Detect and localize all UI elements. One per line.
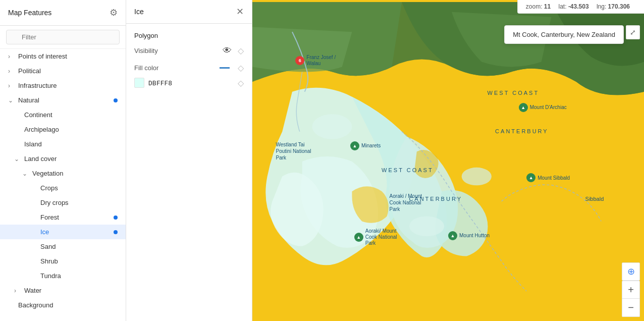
sibbald-label: Mount Sibbald xyxy=(538,175,570,181)
hutton-label: Mount Hutton xyxy=(459,233,490,238)
zoom-label: zoom: 11 xyxy=(526,3,551,10)
mount-sibbald-pin: ▲ Mount Sibbald xyxy=(526,173,570,182)
color-hex-value: DBFFF8 xyxy=(148,79,172,87)
map-topbar: zoom: 11 lat: -43.503 lng: 170.306 xyxy=(517,0,644,14)
tree-item-label-natural: Natural xyxy=(18,96,112,104)
color-diamond-icon[interactable]: ◇ xyxy=(238,78,244,88)
tree-item-label-water: Water xyxy=(24,287,118,294)
lng-label: lng: 170.306 xyxy=(597,3,630,10)
color-swatch-row: DBFFF8 ◇ xyxy=(134,78,244,88)
tree-item-background[interactable]: Background xyxy=(0,298,126,312)
tree-item-label-crops: Crops xyxy=(40,184,118,192)
chevron-icon-water: › xyxy=(14,287,22,294)
chevron-icon-infrastructure: › xyxy=(8,82,16,89)
chevron-icon-points-of-interest: › xyxy=(8,53,16,60)
filter-bar: ☰ xyxy=(0,26,126,49)
tree-item-label-land-cover: Land cover xyxy=(24,155,118,163)
mount-darchiac-pin: ▲ Mount D'Archiac xyxy=(519,103,567,112)
lat-value: -43.503 xyxy=(568,3,589,10)
zoom-in-button[interactable]: + xyxy=(622,281,640,299)
left-header: Map Features ⚙ xyxy=(0,0,126,26)
tree-item-sand[interactable]: Sand xyxy=(0,239,126,254)
tree-item-label-background: Background xyxy=(18,301,118,309)
tree-item-archipelago[interactable]: Archipelago xyxy=(0,122,126,137)
franz-josef-pin: 6 Franz Josef / Walau xyxy=(295,55,337,67)
tree-item-infrastructure[interactable]: ›Infrastructure xyxy=(0,78,126,93)
middle-section: Polygon Visibility 👁 ◇ Fill color ◇ DBFF… xyxy=(126,24,252,103)
fill-color-row: Fill color ◇ xyxy=(134,63,244,73)
polygon-label: Polygon xyxy=(134,32,244,39)
tree-item-label-archipelago: Archipelago xyxy=(24,126,118,133)
fullscreen-button[interactable]: ⤢ xyxy=(626,25,640,39)
chevron-icon-natural: ⌄ xyxy=(8,97,16,104)
settings-icon[interactable]: ⚙ xyxy=(110,7,118,18)
tree-item-points-of-interest[interactable]: ›Points of interest xyxy=(0,49,126,64)
tree-item-shrub[interactable]: Shrub xyxy=(0,254,126,269)
tree-item-ice[interactable]: Ice xyxy=(0,225,126,239)
tree-item-label-vegetation: Vegetation xyxy=(32,170,118,177)
close-button[interactable]: ✕ xyxy=(236,7,244,16)
tree-item-crops[interactable]: Crops xyxy=(0,181,126,195)
middle-panel-title: Ice xyxy=(134,8,144,16)
aoraki-2-pin: ▲ Aoraki/ Mount Cook National Park xyxy=(354,228,401,246)
visibility-diamond-icon[interactable]: ◇ xyxy=(238,46,244,56)
chevron-icon-land-cover: ⌄ xyxy=(14,155,22,163)
minarets-pin: ▲ Minarets xyxy=(350,141,381,150)
tree-item-label-infrastructure: Infrastructure xyxy=(18,82,118,89)
visibility-icon[interactable]: 👁 xyxy=(223,45,232,56)
fill-color-label: Fill color xyxy=(134,64,158,72)
visibility-label: Visibility xyxy=(134,47,158,55)
chevron-icon-vegetation: ⌄ xyxy=(22,170,30,177)
tree-item-island[interactable]: Island xyxy=(0,137,126,151)
hutton-pin-circle: ▲ xyxy=(448,231,457,240)
dot-indicator-ice xyxy=(114,230,118,234)
middle-header: Ice ✕ xyxy=(126,0,252,24)
tree-item-label-forest: Forest xyxy=(40,213,112,221)
tree-item-continent[interactable]: Continent xyxy=(0,108,126,122)
locate-button[interactable]: ⊕ xyxy=(622,262,640,281)
tree-item-tundra[interactable]: Tundra xyxy=(0,269,126,283)
tree-item-label-island: Island xyxy=(24,140,118,148)
franz-josef-label: Franz Josef / Walau xyxy=(306,55,337,67)
minarets-label: Minarets xyxy=(361,143,381,148)
tree-item-political[interactable]: ›Political xyxy=(0,64,126,78)
tree-item-vegetation[interactable]: ⌄Vegetation xyxy=(0,166,126,181)
visibility-row: Visibility 👁 ◇ xyxy=(134,45,244,56)
tree-item-label-sand: Sand xyxy=(40,243,118,250)
sibbald-pin-circle: ▲ xyxy=(526,173,535,182)
aoraki-2-pin-circle: ▲ xyxy=(354,233,363,242)
tree-item-land-cover[interactable]: ⌄Land cover xyxy=(0,151,126,166)
tree-item-dry-crops[interactable]: Dry crops xyxy=(0,195,126,210)
map-svg xyxy=(252,0,644,321)
color-swatch xyxy=(134,78,144,88)
chevron-icon-political: › xyxy=(8,68,16,75)
zoom-value: 11 xyxy=(544,3,551,10)
tree-item-label-continent: Continent xyxy=(24,111,118,119)
color-preview[interactable]: DBFFF8 xyxy=(134,78,172,88)
svg-point-2 xyxy=(409,217,444,236)
tree-item-label-shrub: Shrub xyxy=(40,257,118,265)
tree-container: ›Points of interest›Political›Infrastruc… xyxy=(0,49,126,312)
svg-point-3 xyxy=(462,168,492,186)
tree-item-label-tundra: Tundra xyxy=(40,272,118,280)
dot-indicator-natural xyxy=(114,98,118,102)
map-panel[interactable]: zoom: 11 lat: -43.503 lng: 170.306 Mt Co… xyxy=(252,0,644,321)
zoom-out-button[interactable]: − xyxy=(622,299,640,317)
filter-input[interactable] xyxy=(6,30,120,44)
aoraki-2-label: Aoraki/ Mount Cook National Park xyxy=(365,228,401,246)
tree-item-label-points-of-interest: Points of interest xyxy=(18,52,118,60)
filter-wrap: ☰ xyxy=(6,30,120,44)
fill-line-indicator xyxy=(220,67,230,69)
tree-item-water[interactable]: ›Water xyxy=(0,283,126,298)
left-panel: Map Features ⚙ ☰ ›Points of interest›Pol… xyxy=(0,0,126,321)
mount-hutton-pin: ▲ Mount Hutton xyxy=(448,231,490,240)
tree-item-forest[interactable]: Forest xyxy=(0,210,126,225)
fill-color-diamond-icon[interactable]: ◇ xyxy=(238,63,244,73)
tree-item-natural[interactable]: ⌄Natural xyxy=(0,93,126,108)
svg-point-1 xyxy=(312,114,352,139)
tree-item-label-political: Political xyxy=(18,67,118,75)
location-text: Mt Cook, Canterbury, New Zealand xyxy=(513,31,615,38)
darchiac-pin-circle: ▲ xyxy=(519,103,528,112)
tree-item-label-dry-crops: Dry crops xyxy=(40,199,118,206)
middle-panel: Ice ✕ Polygon Visibility 👁 ◇ Fill color … xyxy=(126,0,252,321)
